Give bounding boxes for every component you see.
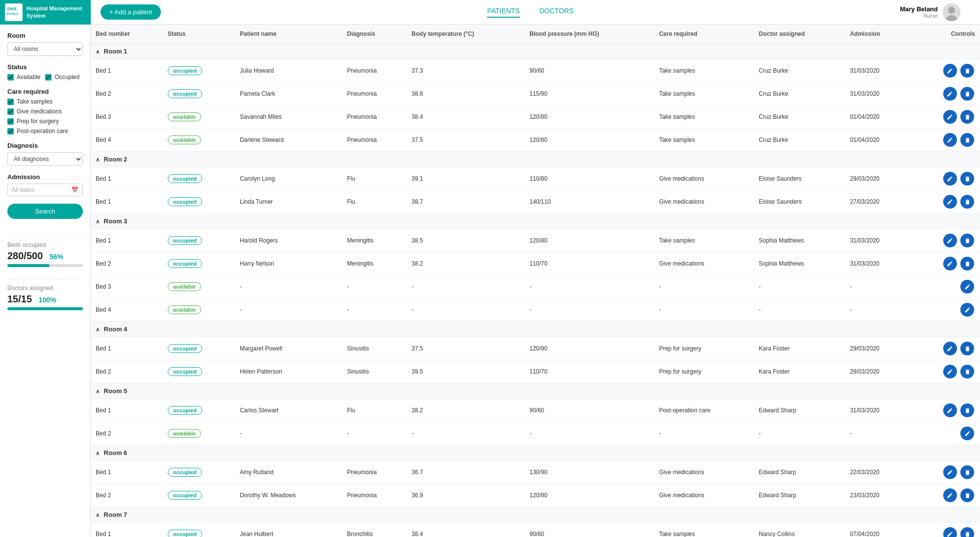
svg-point-4	[948, 7, 955, 14]
status-filter-section: Status Available Occupied	[7, 63, 83, 81]
edit-button[interactable]	[943, 488, 957, 502]
table-row: Bed 4 available Darlene Steward Pneumoni…	[91, 129, 980, 152]
delete-button[interactable]	[960, 527, 974, 537]
cell-bed: Bed 2	[91, 82, 163, 106]
cell-doctor: Edward Sharp	[754, 461, 845, 484]
cell-admission: 07/04/2020	[845, 523, 910, 537]
delete-button[interactable]	[960, 488, 974, 502]
delete-button[interactable]	[960, 234, 974, 247]
delete-button[interactable]	[960, 342, 974, 355]
cell-diagnosis: Sinusitis	[342, 337, 407, 360]
search-button[interactable]: Search	[7, 204, 83, 219]
delete-button[interactable]	[960, 257, 974, 270]
edit-button[interactable]	[943, 465, 957, 479]
edit-button[interactable]	[943, 527, 957, 537]
cell-care: Prep for surgery	[654, 360, 754, 383]
room-select[interactable]: All rooms	[7, 42, 83, 56]
edit-button[interactable]	[943, 87, 957, 101]
cell-controls	[910, 275, 980, 298]
cell-diagnosis: Pneumonia	[342, 484, 407, 507]
status-available-checkbox[interactable]: Available	[7, 74, 40, 81]
cell-controls	[910, 190, 980, 214]
room-label: Room	[7, 32, 83, 39]
cell-diagnosis: Pneumonia	[342, 129, 407, 152]
delete-button[interactable]	[960, 403, 974, 417]
edit-button[interactable]	[943, 403, 957, 417]
cell-admission: 27/03/2020	[845, 190, 910, 214]
cell-admission: 31/03/2020	[845, 252, 910, 275]
delete-button[interactable]	[960, 87, 974, 101]
delete-button[interactable]	[960, 110, 974, 124]
collapse-icon[interactable]: ∧	[96, 326, 100, 332]
cell-patient: Linda Turner	[235, 190, 342, 214]
tab-patients[interactable]: PATIENTS	[487, 7, 519, 18]
edit-button[interactable]	[960, 280, 974, 294]
add-patient-button[interactable]: + Add a patient	[101, 4, 161, 20]
table-row: Bed 2 occupied Pamela Clark Pneumonia 38…	[91, 82, 980, 106]
cell-admission: 01/04/2020	[845, 106, 910, 129]
main-layout: Room All rooms Status Available Occupied…	[0, 25, 980, 537]
delete-button[interactable]	[960, 465, 974, 479]
tab-doctors[interactable]: DOCTORS	[540, 7, 574, 18]
cell-status: available	[163, 298, 235, 322]
diagnosis-select[interactable]: All diagnoses	[7, 152, 83, 166]
avatar	[943, 3, 960, 21]
cell-temp: 36.7	[407, 461, 524, 484]
cell-doctor: Edward Sharp	[754, 399, 845, 422]
collapse-icon[interactable]: ∧	[96, 157, 100, 162]
edit-button[interactable]	[943, 257, 957, 270]
cell-bed: Bed 1	[91, 523, 163, 537]
edit-button[interactable]	[943, 110, 957, 124]
care-give-medications[interactable]: Give medications	[7, 108, 83, 115]
delete-button[interactable]	[960, 64, 974, 78]
date-input[interactable]: All dates 📅	[7, 184, 83, 196]
table-row: Bed 1 occupied Margaret Powell Sinusitis…	[91, 337, 980, 360]
edit-button[interactable]	[943, 195, 957, 209]
cell-status: occupied	[163, 59, 235, 82]
cell-controls	[910, 422, 980, 445]
collapse-icon[interactable]: ∧	[96, 218, 100, 224]
cell-bp: 110/70	[525, 360, 654, 383]
col-patient: Patient name	[235, 25, 342, 44]
edit-button[interactable]	[960, 303, 974, 317]
collapse-icon[interactable]: ∧	[96, 512, 100, 518]
col-temp: Body temperature (°C)	[407, 25, 524, 44]
cell-admission: 22/03/2020	[845, 461, 910, 484]
care-take-samples[interactable]: Take samples	[7, 98, 83, 105]
cell-care: Take samples	[654, 229, 754, 252]
edit-button[interactable]	[943, 64, 957, 78]
edit-button[interactable]	[943, 365, 957, 378]
calendar-icon: 📅	[71, 187, 78, 193]
edit-button[interactable]	[943, 133, 957, 147]
delete-button[interactable]	[960, 133, 974, 147]
edit-button[interactable]	[960, 427, 974, 440]
care-prep-surgery[interactable]: Prep for surgery	[7, 118, 83, 125]
delete-button[interactable]	[960, 365, 974, 378]
table-row: Bed 1 occupied Julia Howard Pneumonia 37…	[91, 59, 980, 82]
cell-status: occupied	[163, 337, 235, 360]
svg-text:DATHLX: DATHLX	[6, 12, 18, 15]
collapse-icon[interactable]: ∧	[96, 49, 100, 54]
cell-controls	[910, 252, 980, 275]
cell-admission: -	[845, 275, 910, 298]
cell-status: available	[163, 275, 235, 298]
delete-button[interactable]	[960, 172, 974, 186]
status-occupied-checkbox[interactable]: Occupied	[45, 74, 79, 81]
care-post-op[interactable]: Post-operation care	[7, 128, 83, 134]
edit-button[interactable]	[943, 342, 957, 355]
doctors-label: Doctors assigned	[7, 285, 83, 292]
cell-admission: 01/04/2020	[845, 129, 910, 152]
cell-diagnosis: Pneumonia	[342, 82, 407, 106]
collapse-icon[interactable]: ∧	[96, 388, 100, 394]
cell-controls	[910, 106, 980, 129]
cell-doctor: Cruz Burke	[754, 59, 845, 82]
edit-button[interactable]	[943, 234, 957, 247]
room-row: ∧ Room 2	[91, 152, 980, 167]
edit-button[interactable]	[943, 172, 957, 186]
table-row: Bed 1 occupied Jean Hulbert Bronchitis 3…	[91, 523, 980, 537]
collapse-icon[interactable]: ∧	[96, 450, 100, 456]
delete-button[interactable]	[960, 195, 974, 209]
cell-care: Take samples	[654, 106, 754, 129]
room-row: ∧ Room 1	[91, 44, 980, 59]
cell-bed: Bed 3	[91, 106, 163, 129]
